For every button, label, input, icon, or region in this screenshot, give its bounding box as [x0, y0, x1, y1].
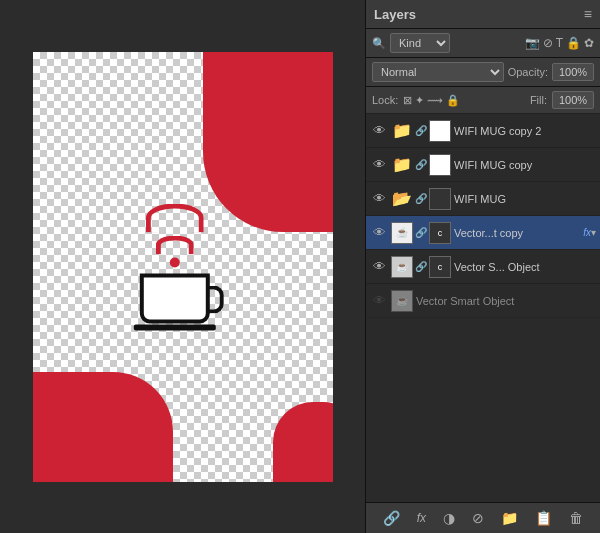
layer-fx-badge: fx [583, 227, 591, 238]
layer-chain-icon: 🔗 [415, 193, 427, 204]
lock-fill-row: Lock: ⊠ ✦ ⟿ 🔒 Fill: 100% [366, 87, 600, 114]
layer-name: Vector Smart Object [416, 295, 596, 307]
blend-opacity-row: Normal Opacity: 100% [366, 58, 600, 87]
layers-toolbar: 🔗 fx ◑ ⊘ 📁 📋 🗑 [366, 502, 600, 533]
layer-expand-arrow[interactable]: ▾ [591, 227, 596, 238]
layer-visibility-toggle[interactable]: 👁 [370, 157, 388, 172]
red-shape-top-right [203, 52, 333, 232]
lock-icons: ⊠ ✦ ⟿ 🔒 [403, 94, 460, 107]
link-layers-button[interactable]: 🔗 [379, 508, 404, 528]
layer-chain-icon: 🔗 [415, 261, 427, 272]
adjustment-layer-button[interactable]: ⊘ [468, 508, 488, 528]
layers-search-row: 🔍 Kind 📷 ⊘ T 🔒 ✿ [366, 29, 600, 58]
layer-visibility-toggle[interactable]: 👁 [370, 293, 388, 308]
layer-chain-icon: 🔗 [415, 159, 427, 170]
layer-thumbnail [429, 188, 451, 210]
layer-thumb-group: 📂 🔗 [391, 188, 451, 210]
layers-panel-title: Layers [374, 7, 416, 22]
layer-visibility-toggle[interactable]: 👁 [370, 191, 388, 206]
opacity-value[interactable]: 100% [552, 63, 594, 81]
kind-dropdown[interactable]: Kind [390, 33, 450, 53]
fill-value[interactable]: 100% [552, 91, 594, 109]
layer-thumbnail [429, 154, 451, 176]
layers-menu-icon[interactable]: ≡ [584, 6, 592, 22]
lock-pixels-icon[interactable]: ⊠ [403, 94, 412, 107]
layer-thumbnail: ☕ [391, 290, 413, 312]
pixel-filter-icon[interactable]: 📷 [525, 36, 540, 50]
layer-folder-icon: 📁 [391, 154, 413, 176]
layers-panel: Layers ≡ 🔍 Kind 📷 ⊘ T 🔒 ✿ Normal Opacity… [365, 0, 600, 533]
layer-item[interactable]: 👁 ☕ Vector Smart Object [366, 284, 600, 318]
layer-item[interactable]: 👁 📂 🔗 WIFI MUG [366, 182, 600, 216]
fill-label: Fill: [530, 94, 547, 106]
wifi-arc-small [155, 235, 193, 254]
layer-mask-thumbnail: c [429, 256, 451, 278]
layer-thumbnail: ☕ [391, 222, 413, 244]
delete-layer-button[interactable]: 🗑 [565, 508, 587, 528]
shape-filter-icon[interactable]: 🔒 [566, 36, 581, 50]
mug-body [139, 273, 209, 323]
mug-base [133, 324, 215, 330]
search-icon: 🔍 [372, 37, 386, 50]
layers-list: 👁 📁 🔗 WIFI MUG copy 2 👁 📁 🔗 WIFI MUG cop… [366, 114, 600, 502]
wifi-arc-large [145, 203, 203, 232]
layer-thumbnail [429, 120, 451, 142]
lock-artboards-icon[interactable]: ⟿ [427, 94, 443, 107]
filter-icons: 📷 ⊘ T 🔒 ✿ [525, 36, 594, 50]
add-mask-button[interactable]: ◑ [439, 508, 459, 528]
add-fx-button[interactable]: fx [413, 509, 430, 527]
layer-visibility-toggle[interactable]: 👁 [370, 123, 388, 138]
lock-all-icon[interactable]: 🔒 [446, 94, 460, 107]
blend-mode-dropdown[interactable]: Normal [372, 62, 504, 82]
layer-name: Vector S... Object [454, 261, 596, 273]
layer-thumb-group: 📁 🔗 [391, 120, 451, 142]
layer-name: WIFI MUG copy 2 [454, 125, 596, 137]
layer-folder-icon: 📁 [391, 120, 413, 142]
wifi-dot [169, 257, 179, 267]
adjustment-filter-icon[interactable]: ⊘ [543, 36, 553, 50]
new-group-button[interactable]: 📁 [497, 508, 522, 528]
new-layer-button[interactable]: 📋 [531, 508, 556, 528]
layer-chain-icon: 🔗 [415, 125, 427, 136]
layer-item[interactable]: 👁 ☕ 🔗 c Vector S... Object [366, 250, 600, 284]
layer-thumb-group: ☕ [391, 290, 413, 312]
layer-thumbnail: ☕ [391, 256, 413, 278]
mug-handle [207, 285, 223, 313]
layer-thumb-group: 📁 🔗 [391, 154, 451, 176]
layer-visibility-toggle[interactable]: 👁 [370, 225, 388, 240]
type-filter-icon[interactable]: T [556, 36, 563, 50]
layer-mask-thumbnail: c [429, 222, 451, 244]
layer-name: WIFI MUG copy [454, 159, 596, 171]
smart-filter-icon[interactable]: ✿ [584, 36, 594, 50]
layer-name: WIFI MUG [454, 193, 596, 205]
canvas-document [33, 52, 333, 482]
wifi-mug-icon [133, 203, 215, 330]
layer-visibility-toggle[interactable]: 👁 [370, 259, 388, 274]
opacity-label: Opacity: [508, 66, 548, 78]
layer-item[interactable]: 👁 📁 🔗 WIFI MUG copy 2 [366, 114, 600, 148]
wifi-symbol [145, 203, 203, 269]
layer-chain-icon: 🔗 [415, 227, 427, 238]
lock-position-icon[interactable]: ✦ [415, 94, 424, 107]
layer-thumb-group: ☕ 🔗 c [391, 222, 451, 244]
layer-folder-icon: 📂 [391, 188, 413, 210]
layers-header: Layers ≡ [366, 0, 600, 29]
layer-thumb-group: ☕ 🔗 c [391, 256, 451, 278]
layer-name: Vector...t copy [454, 227, 581, 239]
red-shape-bottom-left [33, 372, 173, 482]
layer-item[interactable]: 👁 📁 🔗 WIFI MUG copy [366, 148, 600, 182]
canvas-area [0, 0, 365, 533]
layer-item[interactable]: 👁 ☕ 🔗 c Vector...t copy fx ▾ [366, 216, 600, 250]
lock-label: Lock: [372, 94, 398, 106]
